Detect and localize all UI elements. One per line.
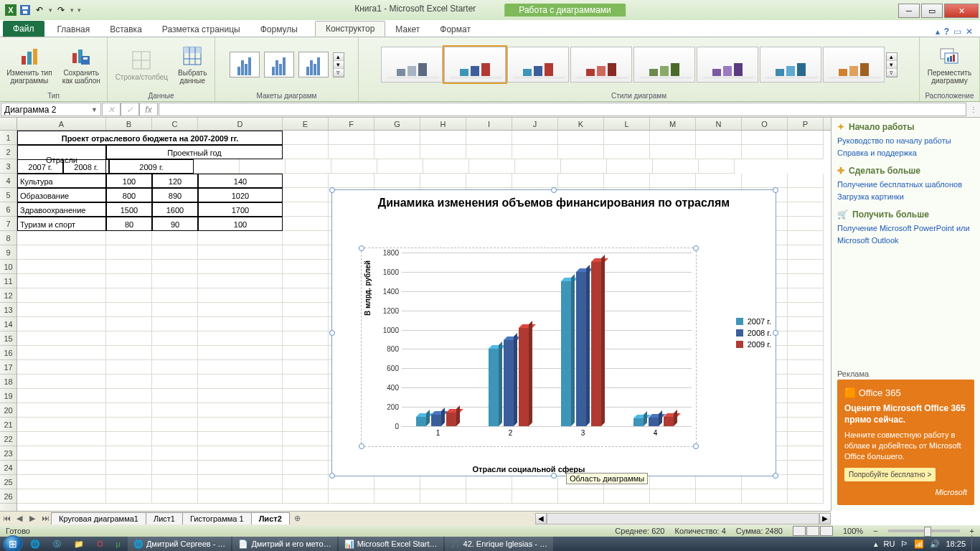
cell[interactable]: Проектный год [106, 145, 283, 159]
language-indicator[interactable]: RU [884, 540, 895, 548]
cell[interactable] [283, 274, 329, 288]
cell[interactable] [106, 375, 152, 389]
select-data-button[interactable]: Выбрать данные [175, 43, 209, 86]
cell[interactable] [106, 346, 152, 360]
chart-style-thumb[interactable] [697, 47, 758, 83]
row-header[interactable]: 18 [0, 375, 17, 389]
cell[interactable] [650, 131, 696, 145]
zoom-in-icon[interactable]: + [970, 527, 974, 535]
cell[interactable] [420, 489, 466, 504]
row-header[interactable]: 1 [0, 131, 17, 145]
cell[interactable] [742, 489, 788, 504]
row-header[interactable]: 3 [0, 159, 17, 174]
cell[interactable] [466, 131, 512, 145]
cell[interactable] [106, 461, 152, 475]
cell[interactable]: Проект отраслевого бюджета на 2007-2009 … [17, 131, 283, 145]
cell[interactable] [283, 245, 329, 260]
row-header[interactable]: 9 [0, 245, 17, 260]
cell[interactable]: 1500 [106, 202, 152, 217]
cell[interactable] [788, 375, 824, 389]
chart-bar[interactable] [416, 417, 426, 426]
fx-icon[interactable]: fx [139, 103, 158, 116]
row-header[interactable]: 22 [0, 432, 17, 446]
legend-item[interactable]: 2009 г. [736, 340, 771, 349]
cell[interactable] [106, 303, 152, 317]
tab-chart-design[interactable]: Конструктор [315, 21, 385, 37]
cell[interactable]: 2008 г. [63, 159, 109, 174]
cell[interactable] [788, 475, 824, 489]
cell[interactable] [374, 489, 420, 504]
chart-bar[interactable] [431, 415, 441, 426]
cell[interactable] [788, 131, 824, 145]
cell[interactable] [283, 288, 329, 303]
cell[interactable] [466, 475, 512, 489]
cell[interactable] [558, 174, 604, 188]
taskbar-app-button[interactable]: 📊Microsoft Excel Start… [339, 536, 443, 551]
cell[interactable] [377, 159, 423, 174]
cell[interactable]: 1600 [152, 202, 198, 217]
tab-page-layout[interactable]: Разметка страницы [152, 22, 250, 37]
cell[interactable]: 100 [106, 174, 152, 188]
sp-link-support[interactable]: Справка и поддержка [837, 147, 974, 159]
cell[interactable] [152, 274, 198, 288]
cell[interactable] [558, 145, 604, 159]
chart-style-thumb[interactable] [760, 47, 821, 83]
tab-home[interactable]: Главная [47, 22, 100, 37]
cell[interactable] [152, 489, 198, 504]
cell[interactable] [788, 346, 824, 360]
cell[interactable] [650, 475, 696, 489]
cell[interactable] [329, 489, 374, 504]
cell[interactable] [374, 145, 420, 159]
cell[interactable] [106, 331, 152, 346]
plot-area[interactable]: В млрд. рублей 0200400600800100012001400… [402, 253, 692, 426]
cell[interactable] [558, 131, 604, 145]
cell[interactable] [198, 389, 283, 403]
column-header[interactable]: D [198, 118, 283, 130]
sheet-tab[interactable]: Гистограмма 1 [182, 512, 252, 524]
cell[interactable] [420, 131, 466, 145]
cell[interactable] [106, 360, 152, 375]
maximize-button[interactable]: ▭ [921, 4, 943, 18]
cell[interactable]: Туризм и спорт [17, 217, 106, 231]
cell[interactable] [17, 346, 106, 360]
row-header[interactable]: 5 [0, 188, 17, 202]
cell[interactable] [696, 489, 742, 504]
chart-object[interactable]: Динамика изменения объемов финансировани… [331, 189, 776, 476]
cell[interactable] [106, 475, 152, 489]
cell[interactable] [17, 446, 106, 461]
chart-style-thumb[interactable] [444, 47, 506, 83]
cell[interactable] [331, 159, 377, 174]
sheet-nav-first-icon[interactable]: ⏮ [0, 514, 13, 523]
column-header[interactable]: F [329, 118, 374, 130]
cell[interactable] [653, 159, 699, 174]
cell[interactable] [699, 159, 735, 174]
cell[interactable] [152, 389, 198, 403]
cell[interactable] [788, 245, 824, 260]
cell[interactable] [696, 174, 742, 188]
cell[interactable] [558, 489, 604, 504]
tray-volume-icon[interactable]: 🔊 [930, 540, 940, 549]
cell[interactable] [283, 432, 329, 446]
cell[interactable] [283, 446, 329, 461]
cell[interactable] [106, 489, 152, 504]
ribbon-minimize-icon[interactable]: ▴ [936, 27, 940, 37]
help-icon[interactable]: ? [944, 27, 949, 37]
chart-layout-thumb[interactable] [298, 52, 329, 77]
cell[interactable] [604, 174, 650, 188]
cell[interactable] [152, 260, 198, 274]
cell[interactable] [152, 375, 198, 389]
cell[interactable]: Здравоохранение [17, 202, 106, 217]
taskbar-pin-utorrent[interactable]: μ [110, 536, 126, 551]
cell[interactable] [788, 145, 824, 159]
tray-network-icon[interactable]: 📶 [914, 540, 924, 549]
cell[interactable] [604, 489, 650, 504]
tab-chart-layout[interactable]: Макет [385, 22, 430, 37]
cell[interactable] [198, 288, 283, 303]
cell[interactable] [283, 131, 329, 145]
cell[interactable] [420, 174, 466, 188]
cell[interactable] [198, 475, 283, 489]
cell[interactable] [283, 360, 329, 375]
cell[interactable] [152, 403, 198, 418]
sheet-tab[interactable]: Лист2 [251, 512, 290, 524]
cell[interactable] [106, 231, 152, 245]
